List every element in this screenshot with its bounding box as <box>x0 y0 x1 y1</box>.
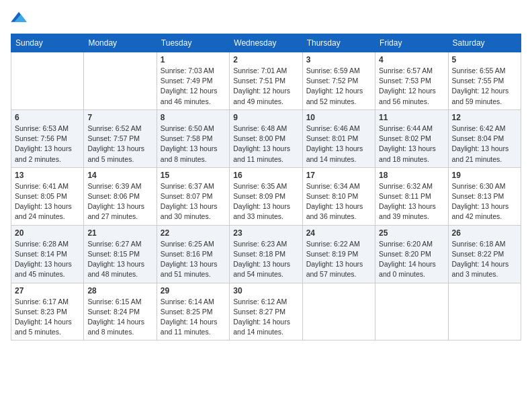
day-info: Sunrise: 6:22 AM Sunset: 8:19 PM Dayligh… <box>306 239 371 280</box>
day-info: Sunrise: 6:23 AM Sunset: 8:18 PM Dayligh… <box>233 239 298 280</box>
day-number: 30 <box>233 286 298 295</box>
day-number: 14 <box>87 171 152 180</box>
calendar-cell: 7Sunrise: 6:52 AM Sunset: 7:57 PM Daylig… <box>84 109 157 167</box>
calendar-cell: 13Sunrise: 6:41 AM Sunset: 8:05 PM Dayli… <box>11 167 84 225</box>
day-info: Sunrise: 6:27 AM Sunset: 8:15 PM Dayligh… <box>87 239 152 280</box>
calendar-cell: 16Sunrise: 6:35 AM Sunset: 8:09 PM Dayli… <box>230 167 302 225</box>
calendar-cell <box>448 283 521 340</box>
calendar-cell: 17Sunrise: 6:34 AM Sunset: 8:10 PM Dayli… <box>302 167 375 225</box>
day-number: 15 <box>161 171 226 180</box>
day-number: 21 <box>87 228 152 238</box>
calendar-cell: 27Sunrise: 6:17 AM Sunset: 8:23 PM Dayli… <box>11 283 84 340</box>
day-info: Sunrise: 6:57 AM Sunset: 7:53 PM Dayligh… <box>379 66 444 107</box>
day-number: 5 <box>452 55 517 64</box>
day-number: 17 <box>306 171 371 180</box>
calendar-cell: 8Sunrise: 6:50 AM Sunset: 7:58 PM Daylig… <box>157 109 229 167</box>
calendar-cell <box>11 52 84 110</box>
calendar-week-row: 13Sunrise: 6:41 AM Sunset: 8:05 PM Dayli… <box>11 167 521 225</box>
calendar-cell: 29Sunrise: 6:14 AM Sunset: 8:25 PM Dayli… <box>157 283 229 340</box>
calendar-cell: 28Sunrise: 6:15 AM Sunset: 8:24 PM Dayli… <box>84 283 157 340</box>
day-number: 26 <box>452 228 517 238</box>
day-number: 19 <box>452 171 517 180</box>
calendar-cell: 9Sunrise: 6:48 AM Sunset: 8:00 PM Daylig… <box>230 109 302 167</box>
day-number: 27 <box>15 286 80 295</box>
day-info: Sunrise: 6:30 AM Sunset: 8:13 PM Dayligh… <box>452 181 517 222</box>
day-info: Sunrise: 6:41 AM Sunset: 8:05 PM Dayligh… <box>15 181 80 222</box>
calendar-cell: 23Sunrise: 6:23 AM Sunset: 8:18 PM Dayli… <box>230 225 302 283</box>
day-info: Sunrise: 6:34 AM Sunset: 8:10 PM Dayligh… <box>306 181 371 222</box>
day-info: Sunrise: 6:53 AM Sunset: 7:56 PM Dayligh… <box>15 124 80 165</box>
calendar-cell: 22Sunrise: 6:25 AM Sunset: 8:16 PM Dayli… <box>157 225 229 283</box>
day-info: Sunrise: 6:25 AM Sunset: 8:16 PM Dayligh… <box>161 239 226 280</box>
day-info: Sunrise: 6:55 AM Sunset: 7:55 PM Dayligh… <box>452 66 517 107</box>
calendar-cell: 11Sunrise: 6:44 AM Sunset: 8:02 PM Dayli… <box>375 109 448 167</box>
day-info: Sunrise: 6:52 AM Sunset: 7:57 PM Dayligh… <box>87 124 152 165</box>
day-number: 13 <box>15 171 80 180</box>
day-number: 18 <box>379 171 444 180</box>
calendar-cell: 14Sunrise: 6:39 AM Sunset: 8:06 PM Dayli… <box>84 167 157 225</box>
day-number: 22 <box>161 228 226 238</box>
calendar-cell: 4Sunrise: 6:57 AM Sunset: 7:53 PM Daylig… <box>375 52 448 110</box>
day-number: 20 <box>15 228 80 238</box>
day-info: Sunrise: 7:03 AM Sunset: 7:49 PM Dayligh… <box>161 66 226 107</box>
calendar-week-row: 20Sunrise: 6:28 AM Sunset: 8:14 PM Dayli… <box>11 225 521 283</box>
day-number: 6 <box>15 113 80 122</box>
day-info: Sunrise: 6:28 AM Sunset: 8:14 PM Dayligh… <box>15 239 80 280</box>
column-header-wednesday: Wednesday <box>230 34 302 52</box>
calendar-cell: 2Sunrise: 7:01 AM Sunset: 7:51 PM Daylig… <box>230 52 302 110</box>
calendar-week-row: 1Sunrise: 7:03 AM Sunset: 7:49 PM Daylig… <box>11 52 521 110</box>
calendar-week-row: 27Sunrise: 6:17 AM Sunset: 8:23 PM Dayli… <box>11 283 521 340</box>
day-info: Sunrise: 6:39 AM Sunset: 8:06 PM Dayligh… <box>87 181 152 222</box>
column-header-friday: Friday <box>375 34 448 52</box>
day-info: Sunrise: 6:17 AM Sunset: 8:23 PM Dayligh… <box>15 297 80 338</box>
day-info: Sunrise: 6:32 AM Sunset: 8:11 PM Dayligh… <box>379 181 444 222</box>
day-info: Sunrise: 6:20 AM Sunset: 8:20 PM Dayligh… <box>379 239 444 280</box>
day-info: Sunrise: 6:44 AM Sunset: 8:02 PM Dayligh… <box>379 124 444 165</box>
column-header-sunday: Sunday <box>11 34 84 52</box>
day-number: 7 <box>87 113 152 122</box>
column-header-thursday: Thursday <box>302 34 375 52</box>
day-number: 4 <box>379 55 444 64</box>
calendar-cell: 10Sunrise: 6:46 AM Sunset: 8:01 PM Dayli… <box>302 109 375 167</box>
calendar-table: SundayMondayTuesdayWednesdayThursdayFrid… <box>11 34 521 340</box>
calendar-cell: 1Sunrise: 7:03 AM Sunset: 7:49 PM Daylig… <box>157 52 229 110</box>
day-info: Sunrise: 7:01 AM Sunset: 7:51 PM Dayligh… <box>233 66 298 107</box>
calendar-cell: 3Sunrise: 6:59 AM Sunset: 7:52 PM Daylig… <box>302 52 375 110</box>
logo-icon <box>11 11 27 24</box>
calendar-cell: 18Sunrise: 6:32 AM Sunset: 8:11 PM Dayli… <box>375 167 448 225</box>
day-number: 3 <box>306 55 371 64</box>
calendar-cell: 25Sunrise: 6:20 AM Sunset: 8:20 PM Dayli… <box>375 225 448 283</box>
calendar-cell: 30Sunrise: 6:12 AM Sunset: 8:27 PM Dayli… <box>230 283 302 340</box>
column-header-monday: Monday <box>84 34 157 52</box>
day-info: Sunrise: 6:14 AM Sunset: 8:25 PM Dayligh… <box>161 297 226 338</box>
day-number: 24 <box>306 228 371 238</box>
calendar-cell: 21Sunrise: 6:27 AM Sunset: 8:15 PM Dayli… <box>84 225 157 283</box>
day-number: 12 <box>452 113 517 122</box>
calendar-cell: 15Sunrise: 6:37 AM Sunset: 8:07 PM Dayli… <box>157 167 229 225</box>
day-number: 25 <box>379 228 444 238</box>
day-number: 11 <box>379 113 444 122</box>
day-info: Sunrise: 6:50 AM Sunset: 7:58 PM Dayligh… <box>161 124 226 165</box>
day-number: 23 <box>233 228 298 238</box>
calendar-cell: 20Sunrise: 6:28 AM Sunset: 8:14 PM Dayli… <box>11 225 84 283</box>
logo <box>11 11 30 26</box>
day-number: 8 <box>161 113 226 122</box>
day-info: Sunrise: 6:48 AM Sunset: 8:00 PM Dayligh… <box>233 124 298 165</box>
day-info: Sunrise: 6:35 AM Sunset: 8:09 PM Dayligh… <box>233 181 298 222</box>
page-header <box>11 11 521 26</box>
calendar-cell: 19Sunrise: 6:30 AM Sunset: 8:13 PM Dayli… <box>448 167 521 225</box>
day-info: Sunrise: 6:59 AM Sunset: 7:52 PM Dayligh… <box>306 66 371 107</box>
calendar-header-row: SundayMondayTuesdayWednesdayThursdayFrid… <box>11 34 521 52</box>
calendar-cell: 26Sunrise: 6:18 AM Sunset: 8:22 PM Dayli… <box>448 225 521 283</box>
day-info: Sunrise: 6:46 AM Sunset: 8:01 PM Dayligh… <box>306 124 371 165</box>
day-number: 2 <box>233 55 298 64</box>
day-info: Sunrise: 6:15 AM Sunset: 8:24 PM Dayligh… <box>87 297 152 338</box>
day-number: 28 <box>87 286 152 295</box>
day-info: Sunrise: 6:12 AM Sunset: 8:27 PM Dayligh… <box>233 297 298 338</box>
day-number: 10 <box>306 113 371 122</box>
day-number: 1 <box>161 55 226 64</box>
day-number: 9 <box>233 113 298 122</box>
day-info: Sunrise: 6:37 AM Sunset: 8:07 PM Dayligh… <box>161 181 226 222</box>
day-info: Sunrise: 6:42 AM Sunset: 8:04 PM Dayligh… <box>452 124 517 165</box>
calendar-cell <box>84 52 157 110</box>
